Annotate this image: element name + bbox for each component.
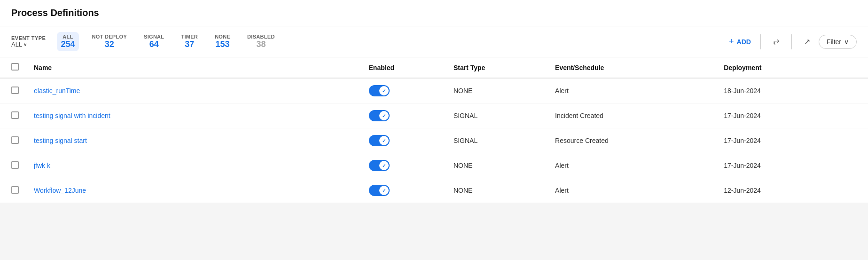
- row-event-schedule-3: Alert: [547, 153, 716, 178]
- table-container: Name Enabled Start Type Event/Schedule D…: [0, 57, 868, 203]
- tab-count-timer: 37: [185, 39, 194, 49]
- toggle-4[interactable]: ✓: [369, 185, 390, 196]
- row-checkbox-4[interactable]: [0, 178, 26, 203]
- download-icon: ↗: [804, 38, 810, 46]
- filter-label: Filter: [827, 38, 841, 46]
- page-title-bar: Process Definitions: [0, 0, 868, 26]
- tab-timer[interactable]: TIMER37: [177, 32, 202, 51]
- row-deployment-1: 17-Jun-2024: [716, 103, 868, 128]
- name-link-4[interactable]: Workflow_12June: [34, 187, 86, 194]
- tab-label-timer: TIMER: [181, 34, 198, 39]
- select-all-checkbox[interactable]: [11, 63, 19, 71]
- row-enabled-4[interactable]: ✓: [361, 178, 446, 203]
- row-deployment-2: 17-Jun-2024: [716, 128, 868, 153]
- row-name-4: Workflow_12June: [26, 178, 361, 203]
- tab-label-all: ALL: [63, 34, 73, 39]
- checkbox-0[interactable]: [11, 87, 19, 94]
- row-enabled-2[interactable]: ✓: [361, 128, 446, 153]
- col-header-name: Name: [26, 57, 361, 78]
- tab-count-none: 153: [216, 39, 230, 49]
- toolbar-actions: + ADD ⇄ ↗ Filter ∨: [729, 34, 857, 49]
- tab-disabled[interactable]: DISABLED38: [243, 32, 279, 51]
- tab-label-disabled: DISABLED: [247, 34, 275, 39]
- toggle-check-icon-3: ✓: [382, 163, 386, 168]
- plus-icon: +: [729, 37, 734, 47]
- row-enabled-1[interactable]: ✓: [361, 103, 446, 128]
- row-deployment-4: 12-Jun-2024: [716, 178, 868, 203]
- chevron-down-icon: ∨: [23, 42, 27, 47]
- name-link-0[interactable]: elastic_runTime: [34, 87, 80, 95]
- table-row: Workflow_12June✓NONEAlert12-Jun-2024: [0, 178, 868, 203]
- row-event-schedule-1: Incident Created: [547, 103, 716, 128]
- table-wrapper[interactable]: Name Enabled Start Type Event/Schedule D…: [0, 57, 868, 256]
- add-button[interactable]: + ADD: [729, 37, 751, 47]
- add-label: ADD: [737, 38, 751, 46]
- row-checkbox-0[interactable]: [0, 78, 26, 103]
- event-type-section: EVENT TYPE ALL ∨ ALL254NOT DEPLOY32SIGNA…: [11, 32, 729, 51]
- table-row: elastic_runTime✓NONEAlert18-Jun-2024: [0, 78, 868, 103]
- tab-label-signal: SIGNAL: [144, 34, 164, 39]
- row-event-schedule-4: Alert: [547, 178, 716, 203]
- toggle-check-icon-2: ✓: [382, 138, 386, 143]
- toggle-knob-3: ✓: [379, 161, 389, 170]
- filter-lines-button[interactable]: ⇄: [770, 35, 782, 48]
- checkbox-2[interactable]: [11, 136, 19, 144]
- filter-lines-icon: ⇄: [773, 38, 779, 46]
- table-row: testing signal with incident✓SIGNALIncid…: [0, 103, 868, 128]
- page-title: Process Definitions: [11, 8, 857, 18]
- name-link-2[interactable]: testing signal start: [34, 137, 87, 144]
- toggle-2[interactable]: ✓: [369, 135, 390, 146]
- col-header-start-type: Start Type: [446, 57, 547, 78]
- tab-not_deploy[interactable]: NOT DEPLOY32: [88, 32, 131, 51]
- toggle-check-icon-4: ✓: [382, 188, 386, 193]
- table-row: testing signal start✓SIGNALResource Crea…: [0, 128, 868, 153]
- table-header-row: Name Enabled Start Type Event/Schedule D…: [0, 57, 868, 78]
- chevron-down-icon: ∨: [844, 38, 849, 46]
- tab-signal[interactable]: SIGNAL64: [140, 32, 168, 51]
- select-all-header[interactable]: [0, 57, 26, 78]
- event-type-dropdown[interactable]: ALL ∨: [11, 41, 27, 48]
- tab-all[interactable]: ALL254: [57, 32, 78, 51]
- download-button[interactable]: ↗: [801, 35, 813, 48]
- toggle-0[interactable]: ✓: [369, 85, 390, 96]
- col-header-deployment: Deployment: [716, 57, 868, 78]
- name-link-3[interactable]: jfwk k: [34, 162, 50, 169]
- row-event-schedule-0: Alert: [547, 78, 716, 103]
- row-enabled-3[interactable]: ✓: [361, 153, 446, 178]
- row-event-schedule-2: Resource Created: [547, 128, 716, 153]
- row-start-type-4: NONE: [446, 178, 547, 203]
- tab-none[interactable]: NONE153: [211, 32, 234, 51]
- row-enabled-0[interactable]: ✓: [361, 78, 446, 103]
- row-start-type-3: NONE: [446, 153, 547, 178]
- tab-count-all: 254: [61, 39, 75, 49]
- toggle-1[interactable]: ✓: [369, 110, 390, 121]
- tab-count-signal: 64: [149, 39, 159, 49]
- row-name-0: elastic_runTime: [26, 78, 361, 103]
- toolbar-divider: [760, 34, 761, 49]
- toolbar-divider-2: [791, 34, 792, 49]
- checkbox-4[interactable]: [11, 186, 19, 194]
- row-name-2: testing signal start: [26, 128, 361, 153]
- row-checkbox-1[interactable]: [0, 103, 26, 128]
- tab-group: ALL254NOT DEPLOY32SIGNAL64TIMER37NONE153…: [57, 32, 278, 51]
- tab-count-not_deploy: 32: [105, 39, 114, 49]
- checkbox-3[interactable]: [11, 161, 19, 169]
- row-checkbox-2[interactable]: [0, 128, 26, 153]
- toggle-3[interactable]: ✓: [369, 160, 390, 171]
- toolbar: EVENT TYPE ALL ∨ ALL254NOT DEPLOY32SIGNA…: [0, 26, 868, 57]
- col-header-event-schedule: Event/Schedule: [547, 57, 716, 78]
- tab-count-disabled: 38: [256, 39, 266, 49]
- event-type-value: ALL: [11, 41, 22, 48]
- toggle-knob-4: ✓: [379, 186, 389, 195]
- row-checkbox-3[interactable]: [0, 153, 26, 178]
- row-start-type-1: SIGNAL: [446, 103, 547, 128]
- tab-label-not_deploy: NOT DEPLOY: [92, 34, 127, 39]
- toggle-check-icon-1: ✓: [382, 113, 386, 118]
- filter-button[interactable]: Filter ∨: [819, 35, 857, 49]
- checkbox-1[interactable]: [11, 111, 19, 119]
- toggle-knob-2: ✓: [379, 136, 389, 145]
- table-row: jfwk k✓NONEAlert17-Jun-2024: [0, 153, 868, 178]
- name-link-1[interactable]: testing signal with incident: [34, 112, 110, 119]
- row-name-1: testing signal with incident: [26, 103, 361, 128]
- row-start-type-2: SIGNAL: [446, 128, 547, 153]
